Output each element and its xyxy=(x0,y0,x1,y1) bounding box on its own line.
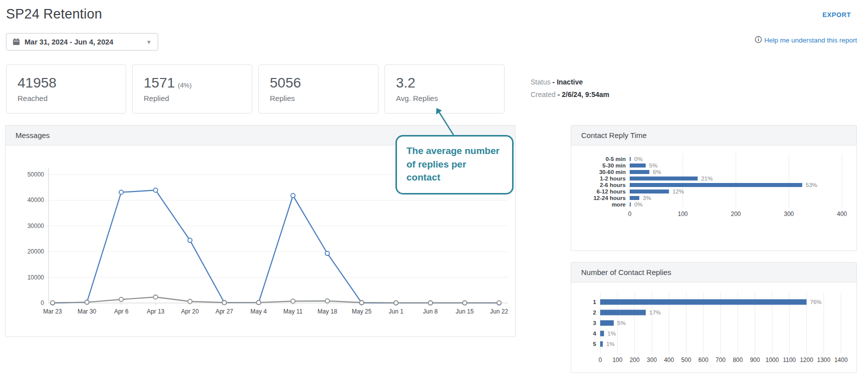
svg-text:17%: 17% xyxy=(649,310,661,316)
stat-card-replies: 5056 Replies xyxy=(258,64,378,114)
svg-text:21%: 21% xyxy=(701,176,713,182)
svg-text:1%: 1% xyxy=(606,341,615,347)
svg-text:0-5 min: 0-5 min xyxy=(606,156,626,162)
svg-text:2-6 hours: 2-6 hours xyxy=(600,182,626,188)
status-value: - Inactive xyxy=(553,78,583,86)
svg-text:4: 4 xyxy=(593,330,597,336)
svg-text:10000: 10000 xyxy=(28,274,45,281)
svg-text:76%: 76% xyxy=(810,299,821,305)
svg-text:Jun 1: Jun 1 xyxy=(388,308,403,315)
contact-reply-time-panel: Contact Reply Time 01002003004000-5 min0… xyxy=(571,125,857,251)
stat-label: Avg. Replies xyxy=(396,94,493,102)
svg-text:Apr 13: Apr 13 xyxy=(147,308,165,315)
svg-text:200: 200 xyxy=(731,210,741,218)
svg-text:400: 400 xyxy=(664,356,674,364)
svg-text:Jun 22: Jun 22 xyxy=(490,308,508,315)
svg-text:0%: 0% xyxy=(634,202,643,208)
svg-text:May 4: May 4 xyxy=(250,308,267,315)
svg-text:5%: 5% xyxy=(649,162,658,168)
stat-value: 41958 xyxy=(18,75,57,90)
reply-time-panel-title: Contact Reply Time xyxy=(571,126,856,146)
reply-time-bar-chart: 01002003004000-5 min0%5-30 min5%30-60 mi… xyxy=(571,146,856,252)
export-button[interactable]: EXPORT xyxy=(822,11,851,18)
svg-text:400: 400 xyxy=(837,210,847,218)
svg-text:Jun 15: Jun 15 xyxy=(456,308,474,315)
svg-text:12%: 12% xyxy=(672,188,684,194)
stat-suffix: (4%) xyxy=(178,82,191,89)
svg-text:Apr 6: Apr 6 xyxy=(114,308,129,315)
report-page: SP24 Retention EXPORT Mar 31, 2024 - Jun… xyxy=(0,0,868,383)
svg-text:5: 5 xyxy=(593,341,597,347)
stat-card-reached: 41958 Reached xyxy=(6,64,126,114)
stat-value: 1571 xyxy=(144,75,175,90)
svg-text:1%: 1% xyxy=(608,330,616,336)
svg-text:Mar 23: Mar 23 xyxy=(43,308,62,315)
stat-label: Reached xyxy=(18,94,115,102)
created-line: Created - 2/6/24, 9:54am xyxy=(531,88,609,101)
svg-text:800: 800 xyxy=(733,356,743,364)
created-value: - 2/6/24, 9:54am xyxy=(558,90,610,98)
svg-text:2: 2 xyxy=(593,310,596,316)
svg-text:1400: 1400 xyxy=(834,356,848,364)
svg-text:300: 300 xyxy=(784,210,794,218)
svg-text:200: 200 xyxy=(630,356,640,364)
svg-text:May 25: May 25 xyxy=(352,308,372,315)
stat-label: Replies xyxy=(270,94,367,102)
svg-text:1000: 1000 xyxy=(765,356,779,364)
svg-text:600: 600 xyxy=(698,356,708,364)
svg-text:300: 300 xyxy=(647,356,657,364)
page-title: SP24 Retention xyxy=(6,6,102,22)
svg-text:more: more xyxy=(612,202,626,208)
svg-text:900: 900 xyxy=(750,356,760,364)
num-contact-replies-panel: Number of Contact Replies 01002003004005… xyxy=(571,262,857,373)
svg-text:1: 1 xyxy=(593,299,597,305)
date-range-picker[interactable]: Mar 31, 2024 - Jun 4, 2024 ▼ xyxy=(6,33,158,50)
svg-text:0: 0 xyxy=(41,300,44,306)
stat-value: 5056 xyxy=(270,75,301,90)
svg-text:1100: 1100 xyxy=(783,356,796,364)
status-label: Status xyxy=(531,78,551,86)
svg-text:0: 0 xyxy=(628,210,632,218)
svg-text:1200: 1200 xyxy=(800,356,813,364)
svg-text:53%: 53% xyxy=(806,182,817,188)
chevron-down-icon: ▼ xyxy=(146,39,152,45)
avg-replies-tooltip: The average number of replies per contac… xyxy=(395,135,514,194)
svg-text:3%: 3% xyxy=(643,195,651,201)
stat-card-replied: 1571(4%) Replied xyxy=(132,64,252,114)
created-label: Created xyxy=(531,90,556,98)
svg-text:Jun 8: Jun 8 xyxy=(423,308,438,315)
svg-text:0%: 0% xyxy=(634,156,643,162)
svg-text:3: 3 xyxy=(593,320,596,326)
callout-arrow-icon xyxy=(425,102,506,138)
svg-text:0: 0 xyxy=(599,356,602,364)
svg-text:6%: 6% xyxy=(653,169,661,175)
svg-text:50000: 50000 xyxy=(28,171,45,178)
status-line: Status - Inactive xyxy=(531,76,609,88)
num-replies-bar-chart: 0100200300400500600700800900100011001200… xyxy=(571,282,856,374)
help-link[interactable]: Help me understand this report xyxy=(755,36,857,44)
calendar-icon xyxy=(13,38,20,46)
date-range-value: Mar 31, 2024 - Jun 4, 2024 xyxy=(25,38,146,46)
svg-text:700: 700 xyxy=(715,356,725,364)
stat-value: 3.2 xyxy=(396,75,415,90)
info-icon xyxy=(755,36,762,44)
svg-text:May 18: May 18 xyxy=(317,308,337,315)
svg-text:5%: 5% xyxy=(617,320,626,326)
svg-text:30-60 min: 30-60 min xyxy=(599,169,626,175)
status-block: Status - Inactive Created - 2/6/24, 9:54… xyxy=(531,76,609,101)
svg-text:40000: 40000 xyxy=(28,196,45,204)
svg-text:12-24 hours: 12-24 hours xyxy=(593,195,626,201)
svg-text:6-12 hours: 6-12 hours xyxy=(597,188,626,194)
svg-text:5-30 min: 5-30 min xyxy=(602,162,626,168)
svg-text:500: 500 xyxy=(681,356,691,364)
svg-text:1300: 1300 xyxy=(817,356,830,364)
svg-text:Mar 30: Mar 30 xyxy=(78,308,97,315)
svg-text:20000: 20000 xyxy=(28,248,45,255)
svg-text:May 11: May 11 xyxy=(283,308,303,315)
stat-label: Replied xyxy=(144,94,241,102)
tooltip-text: The average number of replies per contac… xyxy=(406,144,503,184)
svg-text:100: 100 xyxy=(612,356,622,364)
svg-text:100: 100 xyxy=(678,210,688,218)
svg-text:Apr 20: Apr 20 xyxy=(181,308,199,315)
help-link-label: Help me understand this report xyxy=(764,36,857,44)
